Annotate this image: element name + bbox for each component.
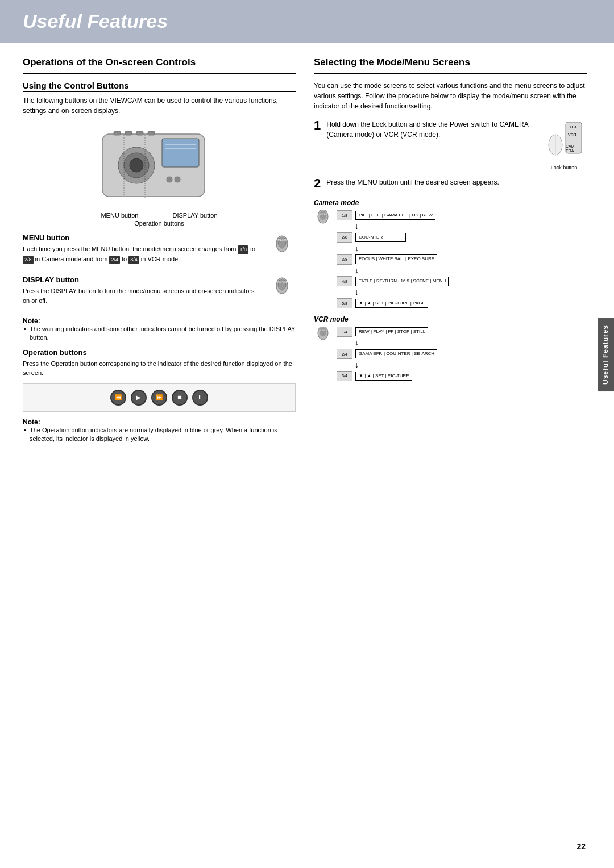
left-column: Operations of the On-screen Controls Usi… [23,56,296,453]
operation-buttons-diagram: ⏪ ▶ ⏩ ⏹ ⏸ [23,383,296,412]
svg-text:MENU: MENU [320,212,326,215]
note1: Note: The warning indicators and some ot… [23,316,296,343]
camera-menu-icon: MENU [314,210,332,228]
camera-screen-1: 1/8 PIC. | EFF. | GAMA EFF. | OK | REW [337,210,449,220]
op-btn-ff: ⏩ [151,390,167,406]
step2-number: 2 [314,177,321,190]
operation-buttons-heading: Operation buttons [23,348,296,357]
camera-menu-icon-col: MENU [314,210,332,228]
display-button-section: DISPLAY button Press the DISPLAY button … [23,276,296,310]
svg-text:MENU: MENU [278,238,287,241]
vcr-arrow-1: ↓ [337,338,437,348]
camera-icon-5: 5/8 [337,298,352,308]
step2: 2 Press the MENU button until the desire… [314,177,587,192]
note1-title: Note: [23,317,40,325]
vcr-icon-2: 2/4 [337,349,352,359]
frac3: 2/4 [109,256,120,265]
camera-screen-4: 4/8 TI-TLE | RE-TURN | 16:9 | SCENE | ME… [337,276,449,286]
camera-icon-2: 2/8 [337,232,352,243]
section-operations: Operations of the On-screen Controls Usi… [23,56,296,444]
svg-rect-10 [148,131,155,135]
svg-rect-4 [162,139,199,167]
camera-box-4: TI-TLE | RE-TURN | 16:9 | SCENE | MENU [355,277,449,286]
step1-content: Hold down the Lock button and slide the … [326,119,536,144]
svg-rect-8 [125,131,132,135]
page-number: 22 [576,842,586,851]
selecting-heading: Selecting the Mode/Menu Screens [314,56,587,69]
vcr-arrow-2: ↓ [337,360,437,370]
arrow-1: ↓ [337,222,449,231]
vcr-menu-icon-col: MENU [314,327,332,345]
vcr-box-3: ▼ | ▲ | SET | PIC-TURE [355,372,412,381]
vcr-screen-3: 3/4 ▼ | ▲ | SET | PIC-TURE [337,371,437,381]
camera-mode-section: Camera mode MENU 1/8 [314,199,587,308]
note2: Note: The Operation button indicators ar… [23,418,296,444]
step1: 1 Hold down the Lock button and slide th… [314,119,587,170]
menu-button-icon: MENU [268,233,296,261]
page: Useful Features Useful Features Operatio… [0,0,614,868]
frac4: 3/4 [128,256,139,265]
menu-button-text: MENU button Each time you press the MENU… [23,233,263,269]
menu-button-label: MENU button [101,212,138,219]
vcr-screen-list: 1/4 REW | PLAY | FF | STOP | STILL ↓ 2/4… [337,327,437,381]
arrow-3: ↓ [337,266,449,276]
vcr-mode-label: VCR mode [314,315,587,323]
step1-number: 1 [314,119,321,132]
svg-point-11 [167,177,172,182]
page-title: Useful Features [23,10,591,32]
svg-point-12 [175,177,180,182]
right-column: Selecting the Mode/Menu Screens You can … [314,56,587,453]
camera-screen-2: 2/8 COU-NTER [337,232,449,243]
control-buttons-heading: Using the Control Buttons [23,81,296,92]
op-btn-play: ▶ [131,390,147,406]
menu-button-heading: MENU button [23,233,263,242]
op-btn-stop: ⏹ [172,390,188,406]
vcr-screen-1: 1/4 REW | PLAY | FF | STOP | STILL [337,327,437,337]
camera-box-1: PIC. | EFF. | GAMA EFF. | OK | REW [355,211,435,220]
svg-text:ERA: ERA [566,149,574,153]
vcr-screen-2: 2/4 GAMA EFF. | COU-NTER | SE-ARCH [337,349,437,359]
display-button-label: DISPLAY button [172,212,217,219]
svg-text:DISPLAY: DISPLAY [277,281,288,283]
camera-screen-5: 5/8 ▼ | ▲ | SET | PIC-TURE | PAGE [337,298,449,308]
note2-bullet1: The Operation button indicators are norm… [23,426,296,444]
lock-button-label: Lock button [551,165,578,170]
step2-text: Press the MENU button until the desired … [326,177,587,187]
camera-mode-screens: MENU 1/8 PIC. | EFF. | GAMA EFF. | OK | … [314,210,587,308]
display-button-text: DISPLAY button Press the DISPLAY button … [23,276,263,310]
svg-rect-9 [136,131,143,135]
camera-box-5: ▼ | ▲ | SET | PIC-TURE | PAGE [355,299,428,308]
side-tab: Useful Features [598,318,614,391]
camera-labels: MENU button DISPLAY button [101,212,217,219]
control-buttons-intro: The following buttons on the VIEWCAM can… [23,95,296,116]
header-banner: Useful Features [0,0,614,43]
frac2: 2/8 [23,256,34,265]
svg-text:CAM-: CAM- [566,144,576,148]
vcr-mode-section: VCR mode MENU 1/4 [314,315,587,381]
arrow-2: ↓ [337,244,449,253]
op-btn-pause: ⏸ [192,390,208,406]
vcr-icon-1: 1/4 [337,327,352,337]
camera-icon-3: 3/8 [337,254,352,265]
display-button-description: Press the DISPLAY button to turn the mod… [23,286,263,305]
camera-box-2: COU-NTER [355,233,406,242]
operation-buttons-caption: Operation buttons [134,220,184,227]
camera-mode-label: Camera mode [314,199,587,207]
svg-text:↓: ↓ [574,131,577,137]
main-content: Operations of the On-screen Controls Usi… [0,56,614,453]
op-btn-rewind: ⏪ [110,390,126,406]
step2-content: Press the MENU button until the desired … [326,177,587,192]
selecting-intro: You can use the mode screens to select v… [314,81,587,111]
camera-box-3: FOCUS | WHITE BAL. | EXPO SURE [355,254,437,264]
arrow-4: ↓ [337,287,449,297]
lock-switch-svg: OFF ➜ VCR CAM- ERA ↓ [543,119,586,165]
svg-text:MENU: MENU [320,329,326,332]
vcr-menu-icon: MENU [314,327,332,345]
step1-diagram: OFF ➜ VCR CAM- ERA ↓ Lock button [541,119,587,170]
display-button-icon: DISPLAY [268,276,296,303]
display-button-heading: DISPLAY button [23,276,263,284]
vcr-box-1: REW | PLAY | FF | STOP | STILL [355,327,428,336]
camera-icon-4: 4/8 [337,276,352,286]
svg-point-3 [130,158,143,172]
menu-button-section: MENU button Each time you press the MENU… [23,233,296,269]
